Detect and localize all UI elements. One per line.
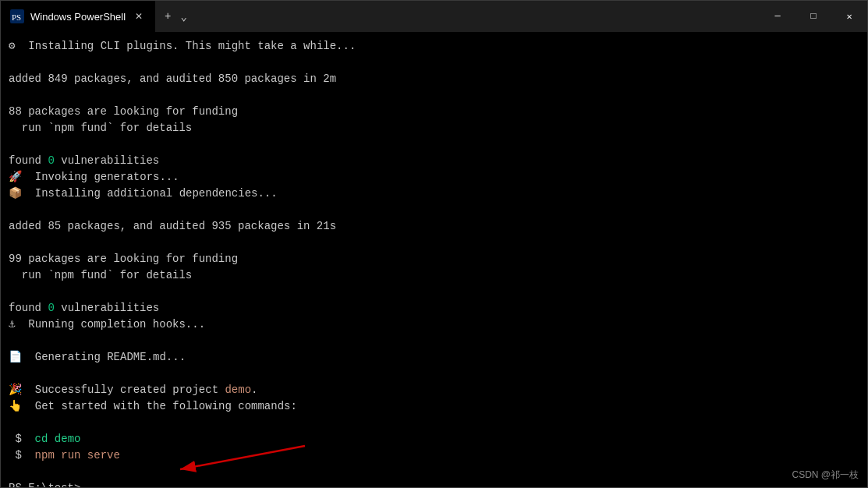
vuln-count-1: 0 xyxy=(48,154,54,167)
watermark: CSDN @祁一枝 xyxy=(792,469,859,482)
cmd-npm-run-serve: npm run serve xyxy=(28,449,120,461)
line-generating-readme: 📄 Generating README.md... xyxy=(9,349,859,366)
titlebar: PS Windows PowerShell ✕ + ⌄ ─ □ ✕ xyxy=(1,1,867,32)
terminal-tab[interactable]: PS Windows PowerShell ✕ xyxy=(1,1,155,32)
line-invoking: 🚀 Invoking generators... xyxy=(9,169,859,186)
tab-close-button[interactable]: ✕ xyxy=(132,9,146,23)
maximize-button[interactable]: □ xyxy=(795,1,831,32)
vuln-count-2: 0 xyxy=(48,302,54,314)
tab-title: Windows PowerShell xyxy=(30,11,126,23)
line-prompt: PS E:\test> xyxy=(9,480,859,487)
new-tab-button[interactable]: + xyxy=(161,9,174,24)
blank-line xyxy=(9,366,859,382)
window-controls: ─ □ ✕ xyxy=(760,1,867,32)
line-get-started: 👆 Get started with the following command… xyxy=(9,398,859,415)
powershell-icon: PS xyxy=(10,9,24,23)
commands-block: $ cd demo $ npm run serve xyxy=(9,431,859,464)
blank-line xyxy=(9,87,859,104)
blank-line xyxy=(9,202,859,218)
project-name: demo xyxy=(225,384,251,396)
terminal-body: ⚙ Installing CLI plugins. This might tak… xyxy=(1,32,867,487)
line-success: 🎉 Successfully created project demo. xyxy=(9,382,859,398)
svg-text:PS: PS xyxy=(12,12,21,22)
blank-line xyxy=(9,55,859,71)
powershell-window: PS Windows PowerShell ✕ + ⌄ ─ □ ✕ ⚙ Inst… xyxy=(0,0,868,488)
line-99-packages: 99 packages are looking for funding xyxy=(9,251,859,267)
close-button[interactable]: ✕ xyxy=(831,1,867,32)
line-88-packages: 88 packages are looking for funding xyxy=(9,104,859,120)
line-installing-deps: 📦 Installing additional dependencies... xyxy=(9,186,859,202)
line-running-hooks: ⚓ Running completion hooks... xyxy=(9,316,859,333)
line-added-85: added 85 packages, and audited 935 packa… xyxy=(9,218,859,235)
line-added-849: added 849 packages, and audited 850 pack… xyxy=(9,71,859,87)
line-run-fund-2: run `npm fund` for details xyxy=(9,267,859,284)
line-installing: ⚙ Installing CLI plugins. This might tak… xyxy=(9,38,859,55)
blank-line xyxy=(9,284,859,300)
line-found-vuln-1: found 0 vulnerabilities xyxy=(9,153,859,169)
arrow-indicator xyxy=(133,442,313,473)
minimize-button[interactable]: ─ xyxy=(760,1,795,32)
blank-line xyxy=(9,415,859,431)
blank-line xyxy=(9,235,859,251)
line-run-fund-1: run `npm fund` for details xyxy=(9,120,859,136)
dropdown-button[interactable]: ⌄ xyxy=(178,9,190,25)
blank-line xyxy=(9,136,859,153)
blank-line xyxy=(9,333,859,349)
tab-controls: + ⌄ xyxy=(155,9,197,25)
line-found-vuln-2: found 0 vulnerabilities xyxy=(9,300,859,316)
cmd-cd-demo: cd demo xyxy=(28,433,80,445)
